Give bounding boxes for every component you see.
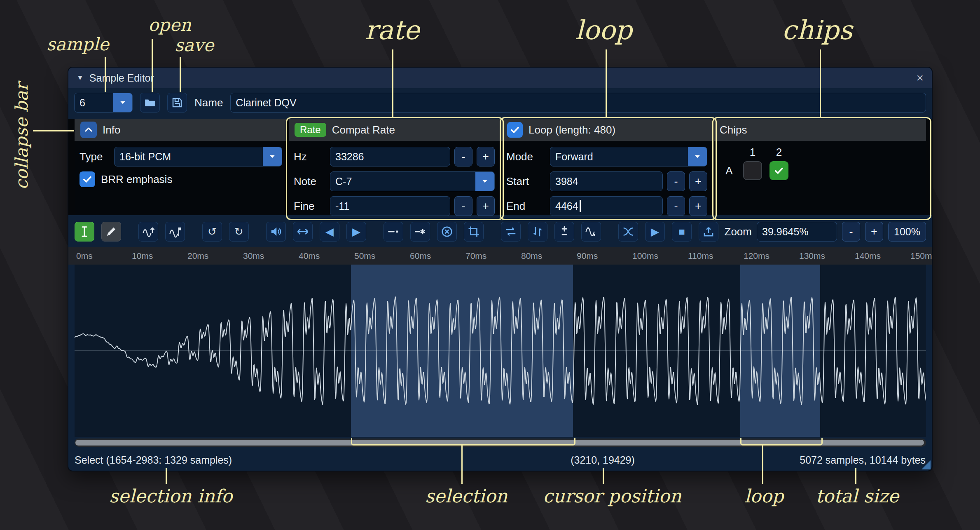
filter-button[interactable]	[581, 222, 601, 242]
resample-button[interactable]	[165, 222, 185, 242]
insert-silence-button[interactable]	[384, 222, 403, 242]
hz-value: 33286	[335, 151, 364, 163]
waveform-view[interactable]	[75, 265, 926, 437]
ruler-tick: 80ms	[521, 251, 542, 261]
annotation-total-size: total size	[816, 485, 899, 507]
draw-tool-icon	[105, 225, 117, 238]
waveform-trace	[75, 265, 926, 437]
zoom-input[interactable]: 39.9645%	[757, 222, 837, 242]
note-select[interactable]: C-7	[330, 171, 495, 191]
loop-end-label: End	[506, 200, 546, 213]
trim-icon	[468, 225, 480, 238]
zoom-in-button[interactable]: +	[865, 222, 883, 242]
fine-plus-button[interactable]: +	[477, 196, 495, 216]
normalize-button[interactable]	[293, 222, 313, 242]
zoom-label: Zoom	[725, 225, 752, 238]
chevron-down-icon[interactable]	[113, 93, 132, 112]
draw-tool-button[interactable]	[101, 222, 121, 242]
apply-silence-button[interactable]	[410, 222, 430, 242]
fine-minus-button[interactable]: -	[454, 196, 472, 216]
resize-grip[interactable]	[922, 460, 931, 469]
trim-button[interactable]	[464, 222, 484, 242]
annotation-open: open	[148, 15, 191, 35]
brr-emphasis-label: BRR emphasis	[101, 173, 172, 186]
chevron-down-icon[interactable]	[263, 147, 282, 166]
loop-start-plus-button[interactable]: +	[689, 171, 707, 191]
fade-out-button[interactable]: ▶	[346, 222, 366, 242]
resize-button[interactable]	[138, 222, 158, 242]
upload-sample-button[interactable]	[699, 222, 718, 242]
zoom-reset-button[interactable]: 100%	[888, 222, 926, 242]
filter-icon	[585, 225, 597, 238]
loop-start-input[interactable]: 3984	[550, 171, 663, 191]
reverse-button[interactable]	[501, 222, 521, 242]
delete-button[interactable]	[437, 222, 457, 242]
name-input[interactable]: Clarinet DQV	[230, 93, 926, 113]
ruler-tick: 90ms	[577, 251, 598, 261]
floppy-icon	[171, 96, 183, 109]
chips-panel-title: Chips	[720, 124, 747, 136]
leader-save	[180, 57, 181, 92]
sample-number-select[interactable]: 6	[74, 93, 133, 113]
open-button[interactable]	[140, 93, 160, 113]
invert-button[interactable]	[528, 222, 547, 242]
hz-plus-button[interactable]: +	[477, 147, 495, 167]
loop-end-input[interactable]: 4464	[550, 196, 663, 216]
leader-collapse-bar	[33, 130, 74, 131]
chip-a2-checkbox[interactable]	[769, 161, 788, 180]
loop-end-minus-button[interactable]: -	[667, 196, 685, 216]
sample-number-value: 6	[80, 97, 85, 109]
annotation-save: save	[175, 35, 214, 55]
zoom-out-button[interactable]: -	[842, 222, 860, 242]
crossfade-button[interactable]	[618, 222, 638, 242]
chevron-down-icon[interactable]	[688, 147, 707, 166]
info-collapse-bar[interactable]: Info	[75, 119, 287, 141]
rate-panel-title: Compat Rate	[332, 124, 395, 136]
apply-silence-icon	[414, 225, 426, 238]
preview-play-button[interactable]: ▶	[645, 222, 665, 242]
undo-button[interactable]: ↺	[202, 222, 222, 242]
loop-end-plus-button[interactable]: +	[689, 196, 707, 216]
select-tool-button[interactable]	[75, 222, 94, 242]
window-collapse-icon[interactable]: ▼	[77, 74, 84, 82]
fine-input[interactable]: -11	[330, 196, 450, 216]
hz-input[interactable]: 33286	[330, 147, 450, 167]
loop-start-minus-button[interactable]: -	[667, 171, 685, 191]
check-icon	[510, 124, 520, 135]
annotation-loop: loop	[575, 15, 632, 45]
chip-a1-checkbox[interactable]	[743, 161, 762, 180]
fade-in-button[interactable]: ◀	[320, 222, 339, 242]
ruler-tick: 50ms	[354, 251, 375, 261]
toolbar-buttons: ↺↻◀▶▶■	[75, 222, 718, 242]
leader-cursor-position	[603, 468, 604, 484]
timeline-ruler[interactable]: 0ms10ms20ms30ms40ms50ms60ms70ms80ms90ms1…	[68, 247, 932, 265]
brr-emphasis-checkbox[interactable]	[80, 171, 95, 187]
save-button[interactable]	[167, 93, 187, 113]
ruler-tick: 70ms	[465, 251, 486, 261]
close-icon[interactable]: ×	[916, 71, 924, 85]
sign-button[interactable]	[554, 222, 574, 242]
ruler-tick: 40ms	[299, 251, 320, 261]
leader-selection-info	[166, 468, 167, 484]
loop-enable-checkbox[interactable]	[507, 122, 523, 138]
leader-sample	[105, 57, 106, 92]
preview-stop-button[interactable]: ■	[672, 222, 692, 242]
hz-minus-button[interactable]: -	[454, 147, 472, 167]
ruler-tick: 20ms	[187, 251, 208, 261]
ruler-tick: 0ms	[76, 251, 93, 261]
ruler-tick: 10ms	[132, 251, 153, 261]
chips-col-1: 1	[750, 146, 755, 159]
chevron-up-icon[interactable]	[80, 122, 97, 138]
insert-silence-icon	[387, 225, 400, 238]
type-label: Type	[80, 150, 110, 163]
leader-loop-marker	[762, 445, 763, 484]
chevron-down-icon[interactable]	[475, 172, 494, 191]
annotation-selection: selection	[425, 485, 508, 507]
annotation-chips: chips	[782, 15, 852, 45]
amplify-button[interactable]	[266, 222, 286, 242]
loop-mode-select[interactable]: Forward	[550, 147, 707, 167]
note-value: C-7	[335, 176, 352, 188]
redo-button[interactable]: ↻	[229, 222, 249, 242]
text-caret	[580, 200, 581, 212]
type-select[interactable]: 16-bit PCM	[114, 147, 282, 167]
